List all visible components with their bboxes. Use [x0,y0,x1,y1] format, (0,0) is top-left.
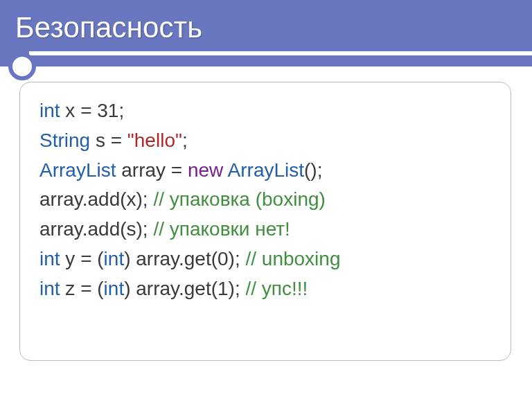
title-underline [29,51,532,55]
code-token: ArrayList [228,159,304,181]
code-token: // упаковки нет! [153,218,290,240]
code-token: new [188,159,223,181]
code-token: (); [304,159,322,181]
code-line: int x = 31; [39,96,491,126]
code-token: ArrayList [39,159,116,181]
code-token: ) array.get(0); [124,248,245,269]
code-line: array.add(s); // упаковки нет! [39,215,491,245]
code-token: // упс!!! [245,278,308,299]
code-token: ) array.get(1); [124,278,245,299]
code-line: String s = "hello"; [39,126,491,156]
code-line: int y = (int) array.get(0); // unboxing [39,245,491,274]
title-band: Безопасность [0,0,532,66]
bullet-knob-icon [8,53,36,80]
code-token: "hello" [127,130,182,151]
code-token: String [39,130,90,151]
code-line: array.add(x); // упаковка (boxing) [39,185,491,215]
code-token: // упаковка (boxing) [153,188,325,210]
code-token: s = [90,130,127,151]
code-block: int x = 31;String s = "hello";ArrayList … [39,96,491,304]
code-token: z = ( [60,278,104,299]
slide-title: Безопасность [15,12,202,43]
code-line: int z = (int) array.get(1); // упс!!! [39,274,491,304]
code-token: int [104,248,125,269]
code-token: ; [182,130,188,151]
code-token: int [39,278,60,299]
code-token: y = ( [60,248,104,269]
code-token: // unboxing [245,248,340,269]
code-token: int [39,100,60,121]
code-token: array.add(s); [39,218,153,240]
content-frame: int x = 31;String s = "hello";ArrayList … [19,82,511,361]
code-token: int [39,248,60,269]
slide: Безопасность int x = 31;String s = "hell… [0,0,532,399]
code-token: int [104,278,125,299]
code-line: ArrayList array = new ArrayList(); [39,156,491,186]
code-token: x = 31; [60,100,125,121]
code-token: array = [116,159,187,181]
code-token: array.add(x); [39,188,153,210]
